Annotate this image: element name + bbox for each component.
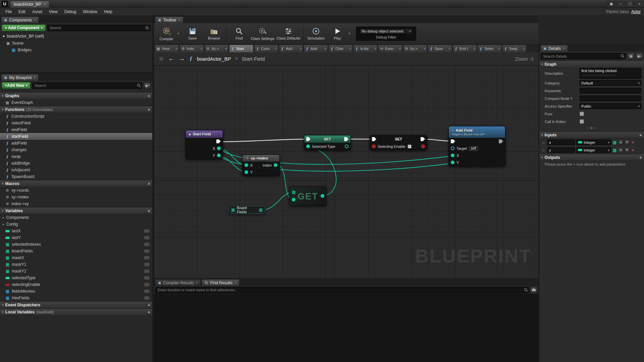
remove-param-button[interactable]: × — [632, 148, 634, 153]
exec-in-pin[interactable] — [451, 139, 455, 143]
node-set-selected-type[interactable]: SET Selected Type — [304, 135, 351, 150]
pass-by-ref-icon[interactable]: ▦ — [612, 141, 617, 144]
function-item-selected[interactable]: ƒstartField — [0, 133, 152, 140]
exec-out-pin[interactable] — [421, 137, 425, 141]
variable-visibility-toggle[interactable] — [144, 269, 150, 273]
variable-item[interactable]: selectingEnable — [0, 281, 152, 288]
remove-param-button[interactable]: × — [632, 140, 634, 145]
graph-canvas[interactable]: ◆ Start Field X Y ⚙ xy->index X Index Y — [154, 65, 538, 278]
data-out-pin[interactable] — [345, 144, 348, 148]
add-local-variable-button[interactable]: + — [148, 309, 150, 315]
data-in-pin-y[interactable] — [451, 161, 454, 164]
menu-debug[interactable]: Debug — [61, 8, 79, 15]
add-event-dispatcher-button[interactable]: + — [148, 302, 150, 308]
menu-file[interactable]: File — [2, 8, 15, 15]
nav-back-button[interactable]: ← — [168, 55, 174, 62]
expander-icon[interactable]: ▷ — [543, 148, 546, 152]
tab-details[interactable]: ▣ Details × — [540, 45, 568, 52]
function-item[interactable]: ƒaddField — [0, 140, 152, 146]
compact-node-title-input[interactable] — [580, 96, 641, 101]
data-in-pin-x[interactable] — [245, 163, 248, 167]
close-icon[interactable]: × — [349, 47, 351, 51]
variable-item[interactable]: ▦fieldsMeshes — [0, 288, 152, 295]
macro-item[interactable]: ⚙xy->cords — [0, 187, 152, 194]
maximize-button[interactable]: ☐ — [625, 1, 635, 7]
components-search-input[interactable] — [47, 25, 151, 31]
node-set-selecting-enable[interactable]: SET Selecting Enable ✓ — [370, 135, 427, 150]
variable-item[interactable]: ▦HexFields — [0, 295, 152, 301]
close-icon[interactable]: × — [448, 47, 450, 51]
section-variables[interactable]: ▾ Variables + — [0, 207, 152, 214]
close-window-button[interactable]: × — [635, 1, 644, 7]
menu-edit[interactable]: Edit — [15, 8, 29, 15]
graph-tab-add1[interactable]: ƒAdd× — [279, 45, 303, 52]
data-wire[interactable] — [263, 192, 293, 210]
function-item[interactable]: ƒisAdjacent — [0, 167, 152, 173]
details-search-input[interactable] — [541, 53, 626, 59]
expander-icon[interactable]: ▷ — [543, 141, 546, 144]
overridable-badge[interactable]: (20 Overridable) — [26, 108, 53, 112]
components-self-row[interactable]: ● boardActor_BP (self) — [0, 33, 152, 40]
breadcrumb-current[interactable]: Start Field — [242, 56, 265, 62]
tab-components[interactable]: ▣ Components × — [1, 16, 39, 23]
param-type-select[interactable]: Integer ▾ — [576, 139, 611, 145]
expander-icon[interactable]: ▸ — [3, 216, 4, 219]
menu-view[interactable]: View — [46, 8, 61, 15]
visibility-filter-button[interactable]: ◉ ▾ — [144, 82, 151, 89]
section-event-dispatchers[interactable]: ▾ Event Dispatchers + — [0, 301, 152, 308]
class-settings-button[interactable]: Class Settings — [250, 24, 275, 43]
find-references-input[interactable] — [155, 287, 529, 293]
expander-icon[interactable]: ▾ — [2, 108, 4, 111]
expander-icon[interactable]: ▾ — [541, 133, 543, 137]
target-in-pin[interactable] — [451, 146, 454, 150]
nav-forward-button[interactable]: → — [178, 55, 185, 62]
node-add-field[interactable]: ◇ Add Field Target is Board Actor BP Tar… — [448, 126, 505, 166]
tab-compiler-results[interactable]: ▣ Compiler Results × — [155, 279, 201, 286]
variable-item[interactable]: ▦maskY1 — [0, 261, 152, 268]
class-defaults-button[interactable]: Class Defaults — [276, 24, 301, 43]
close-icon[interactable]: × — [250, 47, 252, 51]
move-down-button[interactable]: ▼ — [625, 147, 630, 153]
variable-visibility-toggle[interactable] — [144, 236, 150, 240]
variable-item[interactable]: ▦boardFields — [0, 248, 152, 254]
details-section-outputs[interactable]: ▾ Outputs + — [539, 154, 644, 161]
close-icon[interactable]: × — [34, 18, 36, 22]
function-item[interactable]: ƒswap — [0, 153, 152, 160]
move-down-button[interactable]: ▼ — [625, 140, 630, 145]
close-icon[interactable]: × — [234, 281, 236, 285]
variable-item[interactable]: ▦selectedIndexes — [0, 241, 152, 248]
expander-icon[interactable]: ▾ — [2, 310, 4, 314]
property-matrix-button[interactable]: ▦ — [628, 53, 634, 59]
node-start-field[interactable]: ◆ Start Field X Y — [185, 130, 223, 159]
section-functions[interactable]: ▾ Functions (20 Overridable) + — [0, 106, 152, 113]
variable-visibility-toggle[interactable] — [144, 289, 150, 293]
bool-out-pin[interactable] — [421, 144, 425, 148]
data-in-pin[interactable] — [306, 144, 310, 148]
find-button[interactable]: Find — [229, 24, 250, 43]
find-results-list[interactable] — [154, 294, 538, 362]
close-icon[interactable]: × — [196, 281, 198, 285]
variable-visibility-toggle[interactable] — [144, 229, 150, 233]
minimize-button[interactable]: ─ — [616, 1, 625, 7]
graph-tab-view[interactable]: ▦View× — [155, 45, 179, 52]
function-item[interactable]: ƒaddBridge — [0, 160, 152, 167]
param-name-input[interactable] — [547, 139, 575, 145]
simulation-button[interactable]: Simulation — [306, 24, 326, 43]
function-item[interactable]: ƒSpawnBoard — [0, 173, 152, 180]
tab-my-blueprint[interactable]: ▣ My Blueprint × — [1, 74, 39, 81]
close-icon[interactable]: × — [225, 47, 227, 51]
call-in-editor-checkbox[interactable] — [580, 119, 584, 124]
expander-icon[interactable]: ▸ — [3, 223, 4, 226]
play-button[interactable]: Play — [327, 24, 348, 43]
add-component-button[interactable]: + Add Component ▾ — [2, 24, 46, 31]
close-icon[interactable]: × — [563, 47, 565, 50]
graph-tab-selec[interactable]: ƒSelec× — [477, 45, 502, 52]
index-in-pin[interactable] — [292, 198, 296, 201]
add-output-button[interactable]: + — [639, 155, 642, 160]
variable-group-config[interactable]: ▸ Config — [0, 221, 152, 228]
menu-help[interactable]: Help — [101, 8, 116, 15]
bool-in-pin[interactable] — [372, 144, 376, 148]
graph-tab-cons[interactable]: ƒCons× — [254, 45, 278, 52]
variable-item[interactable]: lastX — [0, 228, 152, 234]
play-options-caret[interactable]: ▾ — [348, 24, 353, 43]
